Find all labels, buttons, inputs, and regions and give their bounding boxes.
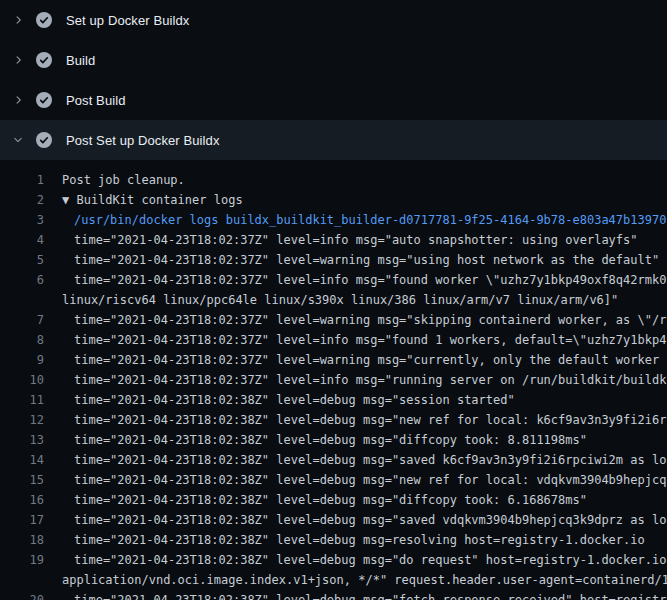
- log-line: linux/riscv64 linux/ppc64le linux/s390x …: [0, 290, 667, 310]
- log-line-text: time="2021-04-23T18:02:37Z" level=info m…: [44, 370, 667, 390]
- log-line: 1 Post job cleanup.: [0, 170, 667, 190]
- check-circle-icon: [36, 132, 52, 148]
- log-line-text: application/vnd.oci.image.index.v1+json,…: [44, 570, 667, 590]
- actions-log-viewer: Set up Docker Buildx Build Post Build Po…: [0, 0, 667, 600]
- log-line: 2 ▼ BuildKit container logs: [0, 190, 667, 210]
- step-label: Post Build: [66, 93, 126, 108]
- check-circle-icon: [36, 92, 52, 108]
- step-label: Set up Docker Buildx: [66, 13, 189, 28]
- log-line-number[interactable]: 13: [0, 430, 44, 450]
- log-line: 12 time="2021-04-23T18:02:38Z" level=deb…: [0, 410, 667, 430]
- chevron-right-icon: [12, 12, 26, 28]
- log-line-text: time="2021-04-23T18:02:37Z" level=info m…: [44, 330, 667, 350]
- log-line-text: time="2021-04-23T18:02:37Z" level=info m…: [44, 230, 638, 250]
- step-row-post-build[interactable]: Post Build: [0, 80, 667, 120]
- log-line: 5 time="2021-04-23T18:02:37Z" level=warn…: [0, 250, 667, 270]
- log-line-text: time="2021-04-23T18:02:38Z" level=debug …: [44, 390, 515, 410]
- log-line-number[interactable]: 10: [0, 370, 44, 390]
- log-line: 13 time="2021-04-23T18:02:38Z" level=deb…: [0, 430, 667, 450]
- log-line: 4 time="2021-04-23T18:02:37Z" level=info…: [0, 230, 667, 250]
- log-line-number[interactable]: 4: [0, 230, 44, 250]
- log-line: 6 time="2021-04-23T18:02:37Z" level=info…: [0, 270, 667, 290]
- log-line: 19 time="2021-04-23T18:02:38Z" level=deb…: [0, 550, 667, 570]
- step-label: Post Set up Docker Buildx: [66, 133, 220, 148]
- log-line-text: time="2021-04-23T18:02:37Z" level=info m…: [44, 270, 667, 290]
- log-line: 16 time="2021-04-23T18:02:38Z" level=deb…: [0, 490, 667, 510]
- log-line-text: /usr/bin/docker logs buildx_buildkit_bui…: [44, 210, 666, 230]
- log-line-number[interactable]: 9: [0, 350, 44, 370]
- log-line: 14 time="2021-04-23T18:02:38Z" level=deb…: [0, 450, 667, 470]
- log-line-text: time="2021-04-23T18:02:37Z" level=warnin…: [44, 310, 667, 330]
- chevron-right-icon: [12, 52, 26, 68]
- log-line-text: time="2021-04-23T18:02:37Z" level=warnin…: [44, 250, 659, 270]
- log-line-number[interactable]: 20: [0, 590, 44, 600]
- log-line-text: linux/riscv64 linux/ppc64le linux/s390x …: [44, 290, 618, 310]
- log-line-number[interactable]: 5: [0, 250, 44, 270]
- log-line: 10 time="2021-04-23T18:02:37Z" level=inf…: [0, 370, 667, 390]
- log-line: 15 time="2021-04-23T18:02:38Z" level=deb…: [0, 470, 667, 490]
- log-line-number[interactable]: 8: [0, 330, 44, 350]
- log-line-number[interactable]: 1: [0, 170, 44, 190]
- log-line: application/vnd.oci.image.index.v1+json,…: [0, 570, 667, 590]
- log-panel: 1 Post job cleanup. 2 ▼ BuildKit contain…: [0, 160, 667, 600]
- steps-list: Set up Docker Buildx Build Post Build Po…: [0, 0, 667, 160]
- log-line: 7 time="2021-04-23T18:02:37Z" level=warn…: [0, 310, 667, 330]
- log-line-number[interactable]: 2: [0, 190, 44, 210]
- log-line-number[interactable]: 7: [0, 310, 44, 330]
- log-line-number[interactable]: 17: [0, 510, 44, 530]
- log-line: 11 time="2021-04-23T18:02:38Z" level=deb…: [0, 390, 667, 410]
- log-line-number[interactable]: 19: [0, 550, 44, 570]
- step-label: Build: [66, 53, 95, 68]
- step-row-build[interactable]: Build: [0, 40, 667, 80]
- log-line-number[interactable]: 12: [0, 410, 44, 430]
- log-line-text: time="2021-04-23T18:02:38Z" level=debug …: [44, 490, 587, 510]
- check-circle-icon: [36, 12, 52, 28]
- log-line-number[interactable]: 6: [0, 270, 44, 290]
- log-line-text: time="2021-04-23T18:02:38Z" level=debug …: [44, 450, 667, 470]
- log-line: 20 time="2021-04-23T18:02:38Z" level=deb…: [0, 590, 667, 600]
- log-line-text: Post job cleanup.: [44, 170, 185, 190]
- log-line: 3 /usr/bin/docker logs buildx_buildkit_b…: [0, 210, 667, 230]
- log-line-text: time="2021-04-23T18:02:38Z" level=debug …: [44, 410, 667, 430]
- log-line-number[interactable]: 15: [0, 470, 44, 490]
- log-line-text: time="2021-04-23T18:02:38Z" level=debug …: [44, 590, 667, 600]
- log-line-text: time="2021-04-23T18:02:38Z" level=debug …: [44, 430, 587, 450]
- log-line-text: time="2021-04-23T18:02:37Z" level=warnin…: [44, 350, 667, 370]
- chevron-right-icon: [12, 92, 26, 108]
- step-row-post-set-up-docker-buildx[interactable]: Post Set up Docker Buildx: [0, 120, 667, 160]
- log-group-toggle[interactable]: ▼ BuildKit container logs: [44, 190, 243, 210]
- log-line-number: [0, 570, 44, 590]
- log-line: 8 time="2021-04-23T18:02:37Z" level=info…: [0, 330, 667, 350]
- check-circle-icon: [36, 52, 52, 68]
- log-line: 18 time="2021-04-23T18:02:38Z" level=deb…: [0, 530, 667, 550]
- log-line-text: time="2021-04-23T18:02:38Z" level=debug …: [44, 550, 667, 570]
- log-line: 9 time="2021-04-23T18:02:37Z" level=warn…: [0, 350, 667, 370]
- log-line-number[interactable]: 18: [0, 530, 44, 550]
- log-line-text: time="2021-04-23T18:02:38Z" level=debug …: [44, 530, 645, 550]
- log-line-number[interactable]: 16: [0, 490, 44, 510]
- log-line-number: [0, 290, 44, 310]
- log-line-number[interactable]: 3: [0, 210, 44, 230]
- log-line: 17 time="2021-04-23T18:02:38Z" level=deb…: [0, 510, 667, 530]
- step-row-set-up-docker-buildx[interactable]: Set up Docker Buildx: [0, 0, 667, 40]
- log-line-number[interactable]: 11: [0, 390, 44, 410]
- log-line-text: time="2021-04-23T18:02:38Z" level=debug …: [44, 470, 667, 490]
- log-line-text: time="2021-04-23T18:02:38Z" level=debug …: [44, 510, 667, 530]
- log-line-number[interactable]: 14: [0, 450, 44, 470]
- chevron-down-icon: [12, 132, 26, 148]
